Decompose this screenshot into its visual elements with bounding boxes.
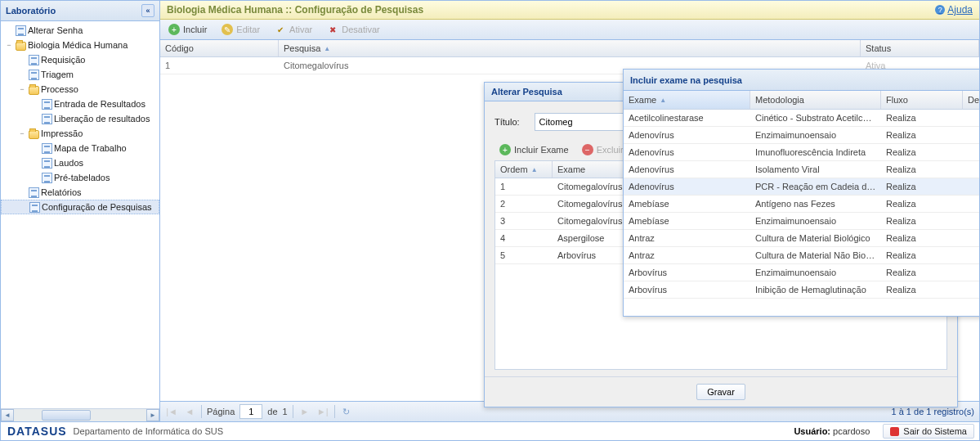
tree-node[interactable]: Laudos — [1, 155, 159, 170]
col-metodologia[interactable]: Metodologia — [750, 91, 881, 109]
tree-label: Configuração de Pesquisas — [42, 202, 152, 212]
tree-label: Relatórios — [41, 187, 82, 197]
paging-info: 1 à 1 de 1 registro(s) — [892, 407, 975, 416]
exame-row[interactable]: AntrazCultura de Material Não BiológicoR… — [624, 247, 979, 264]
exame-row[interactable]: AdenovírusPCR - Reação em Cadeia de Poli… — [624, 178, 979, 196]
dept-label: Departamento de Informática do SUS — [74, 426, 223, 436]
editar-button[interactable]: ✎Editar — [218, 22, 263, 37]
exame-row[interactable]: AdenovírusImunofluorescência IndiretaRea… — [624, 144, 979, 161]
sidebar-title: Laboratório — [6, 6, 56, 16]
brand-logo: DATASUS — [1, 425, 74, 438]
tree-label: Pré-tabelados — [54, 173, 110, 182]
plus-icon: + — [499, 144, 511, 155]
page-icon — [42, 158, 52, 169]
col-ordem[interactable]: Ordem▲ — [495, 161, 553, 178]
col-pesquisa[interactable]: Pesquisa▲ — [279, 40, 861, 56]
exit-button[interactable]: Sair do Sistema — [883, 424, 974, 439]
incluir-button[interactable]: +Incluir — [165, 22, 210, 37]
ativar-button[interactable]: ✔Ativar — [271, 22, 315, 37]
tree-label: Impressão — [41, 128, 83, 138]
col-fluxo[interactable]: Fluxo — [881, 91, 963, 109]
exame-row[interactable]: ArbovírusInibição de HemaglutinaçãoReali… — [624, 281, 979, 299]
desativar-button[interactable]: ✖Desativar — [324, 22, 383, 37]
page-icon — [29, 202, 40, 213]
sidebar-scrollbar[interactable]: ◄ ► — [1, 408, 159, 421]
page-icon — [42, 173, 52, 183]
nav-tree: Alterar Senha−Biologia Médica HumanaRequ… — [1, 21, 159, 408]
sort-asc-icon: ▲ — [660, 97, 666, 104]
excluir-button[interactable]: −Excluir — [579, 142, 627, 157]
tree-node[interactable]: Configuração de Pesquisas — [1, 200, 159, 214]
scroll-thumb[interactable] — [42, 410, 91, 421]
tree-label: Mapa de Trabalho — [54, 143, 127, 153]
tree-toggle-icon[interactable]: − — [16, 85, 29, 93]
page-icon — [42, 114, 52, 124]
page-input[interactable] — [239, 404, 262, 419]
incluir-title: Incluir exame na pesquisa — [630, 75, 742, 85]
minus-icon: − — [582, 144, 593, 155]
tree-label: Processo — [41, 84, 78, 94]
page-icon — [29, 55, 39, 65]
tree-node[interactable]: Relatórios — [1, 185, 159, 200]
exame-row[interactable]: AmebíaseAntígeno nas FezesRealiza — [624, 196, 979, 213]
tree-toggle-icon[interactable]: − — [2, 41, 16, 49]
help-icon: ? — [935, 5, 945, 15]
tree-label: Laudos — [54, 158, 83, 168]
tree-node[interactable]: Triagem — [1, 67, 159, 82]
tree-label: Liberação de resultados — [54, 114, 150, 124]
page-title: Biologia Médica Humana :: Configuração d… — [167, 4, 423, 16]
tree-node[interactable]: Alterar Senha — [1, 23, 159, 38]
toolbar: +Incluir ✎Editar ✔Ativar ✖Desativar — [160, 20, 979, 40]
tree-node[interactable]: Entrada de Resultados — [1, 97, 159, 111]
incluir-exame-panel: Incluir exame na pesquisa ✕ Exame▲ Metod… — [623, 69, 979, 317]
tree-label: Biologia Médica Humana — [28, 40, 128, 50]
sort-asc-icon: ▲ — [531, 166, 538, 173]
sidebar-collapse-button[interactable]: « — [141, 4, 154, 17]
edit-icon: ✎ — [222, 24, 233, 35]
tree-label: Triagem — [41, 70, 74, 79]
col-destino[interactable]: Destino — [963, 91, 979, 109]
tree-node[interactable]: Requisição — [1, 52, 159, 67]
sidebar: Laboratório « Alterar Senha−Biologia Méd… — [1, 1, 160, 421]
folder-icon — [29, 86, 39, 95]
incluir-exame-button[interactable]: +Incluir Exame — [496, 142, 572, 157]
page-icon — [16, 25, 26, 36]
alterar-title: Alterar Pesquisa — [491, 87, 562, 97]
col-status[interactable]: Status — [861, 40, 979, 56]
exame-row[interactable]: AcetilcolinestaraseCinético - Substrato … — [624, 110, 979, 127]
exame-row[interactable]: ArbovírusEnzimaimunoensaioRealiza — [624, 264, 979, 281]
exame-row[interactable]: AntrazCultura de Material BiológicoReali… — [624, 230, 979, 247]
scroll-right-icon[interactable]: ► — [146, 409, 159, 421]
gravar-button[interactable]: Gravar — [696, 384, 745, 400]
first-page-button[interactable]: |◄ — [165, 405, 178, 418]
tree-node[interactable]: −Impressão — [1, 126, 159, 141]
prev-page-button[interactable]: ◄ — [183, 405, 196, 418]
folder-icon — [16, 42, 26, 51]
tree-node[interactable]: Mapa de Trabalho — [1, 141, 159, 155]
tree-label: Entrada de Resultados — [54, 99, 145, 109]
folder-icon — [29, 130, 39, 139]
tree-label: Alterar Senha — [28, 25, 83, 35]
tree-label: Requisição — [41, 55, 85, 65]
tree-toggle-icon[interactable]: − — [16, 129, 29, 137]
titulo-label: Título: — [494, 117, 520, 127]
tree-node[interactable]: Liberação de resultados — [1, 111, 159, 126]
next-page-button[interactable]: ► — [298, 405, 311, 418]
tree-node[interactable]: −Processo — [1, 82, 159, 97]
page-icon — [42, 99, 52, 110]
exame-row[interactable]: AdenovírusIsolamento ViralRealiza — [624, 161, 979, 178]
scroll-left-icon[interactable]: ◄ — [1, 409, 14, 421]
exame-row[interactable]: AmebíaseEnzimaimunoensaioRealiza — [624, 213, 979, 230]
refresh-button[interactable]: ↻ — [340, 405, 353, 418]
tree-node[interactable]: Pré-tabelados — [1, 170, 159, 185]
exame-row[interactable]: AdenovírusEnzimaimunoensaioRealiza — [624, 127, 979, 144]
col-codigo[interactable]: Código — [160, 40, 279, 56]
page-icon — [29, 187, 39, 198]
col-exame[interactable]: Exame▲ — [624, 91, 750, 109]
tree-node[interactable]: −Biologia Médica Humana — [1, 38, 159, 52]
x-icon: ✖ — [327, 24, 338, 35]
main-panel: Biologia Médica Humana :: Configuração d… — [160, 1, 979, 421]
page-icon — [42, 143, 52, 154]
last-page-button[interactable]: ►| — [316, 405, 329, 418]
help-link[interactable]: ? Ajuda — [935, 4, 973, 16]
